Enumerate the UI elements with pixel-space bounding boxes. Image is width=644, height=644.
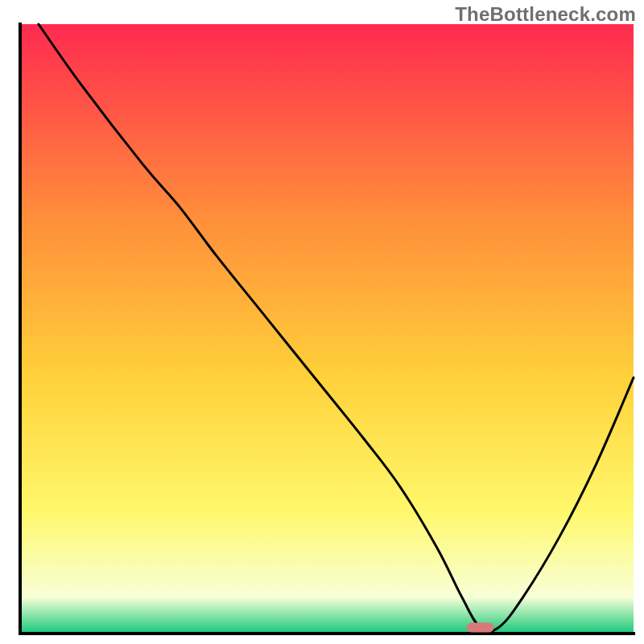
optimal-marker (467, 622, 494, 632)
gradient-background (20, 24, 634, 634)
bottleneck-chart (0, 0, 644, 644)
chart-container: TheBottleneck.com (0, 0, 644, 644)
